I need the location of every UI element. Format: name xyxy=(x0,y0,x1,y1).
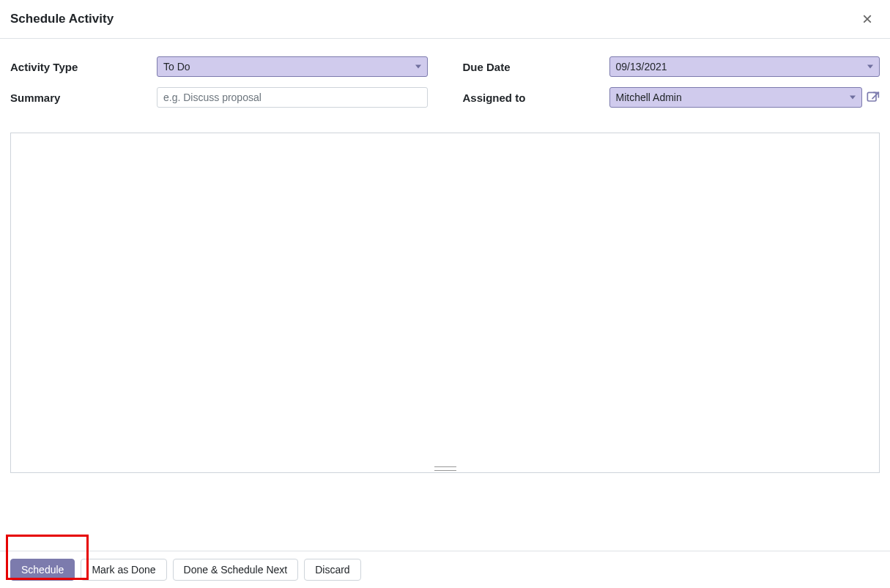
done-schedule-next-button[interactable]: Done & Schedule Next xyxy=(173,559,299,581)
modal-footer: Schedule Mark as Done Done & Schedule Ne… xyxy=(0,551,890,588)
summary-input[interactable] xyxy=(157,87,428,108)
summary-label: Summary xyxy=(10,92,157,104)
modal-body: Activity Type To Do Due Date 09/13/2021 … xyxy=(0,39,890,473)
resize-handle[interactable] xyxy=(434,466,456,471)
modal-header: Schedule Activity × xyxy=(0,0,890,39)
assigned-to-row: Assigned to Mitchell Admin xyxy=(463,87,880,108)
discard-button[interactable]: Discard xyxy=(304,559,360,581)
form-grid: Activity Type To Do Due Date 09/13/2021 … xyxy=(10,56,880,118)
schedule-button[interactable]: Schedule xyxy=(10,559,75,581)
assigned-to-select[interactable]: Mitchell Admin xyxy=(609,87,863,108)
close-button[interactable]: × xyxy=(862,10,872,28)
assigned-to-value: Mitchell Admin xyxy=(616,92,682,103)
due-date-select[interactable]: 09/13/2021 xyxy=(609,56,880,77)
modal-title: Schedule Activity xyxy=(10,12,114,26)
activity-type-label: Activity Type xyxy=(10,61,157,73)
mark-done-button[interactable]: Mark as Done xyxy=(81,559,166,581)
description-editor[interactable] xyxy=(10,133,880,473)
external-link-icon[interactable] xyxy=(865,90,880,105)
close-icon: × xyxy=(862,9,872,29)
due-date-row: Due Date 09/13/2021 xyxy=(463,56,880,77)
activity-type-select[interactable]: To Do xyxy=(157,56,428,77)
due-date-label: Due Date xyxy=(463,61,609,73)
assigned-to-label: Assigned to xyxy=(463,92,609,104)
activity-type-row: Activity Type To Do xyxy=(10,56,428,77)
due-date-value: 09/13/2021 xyxy=(616,61,667,72)
summary-row: Summary xyxy=(10,87,428,108)
activity-type-value: To Do xyxy=(163,61,190,72)
